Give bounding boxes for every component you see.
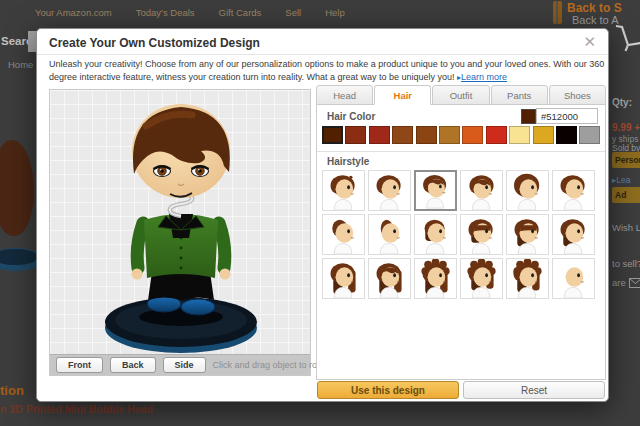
share-fragment: are — [612, 277, 640, 288]
learn-link-fragment: ▸Lea — [612, 175, 640, 185]
price-fragment: 9.99 + F — [612, 122, 640, 133]
hair-color-label: Hair Color — [327, 111, 375, 122]
back-view-button[interactable]: Back — [110, 357, 156, 373]
hex-color-display: #512000 — [521, 108, 598, 124]
title-divider — [37, 54, 608, 55]
hairstyle-style-10[interactable] — [460, 214, 503, 255]
hairstyle-style-13[interactable] — [322, 258, 365, 299]
screen: Your Amazon.comToday's DealsGift CardsSe… — [0, 0, 640, 426]
modal-description: Unleash your creativity! Choose from any… — [49, 58, 605, 84]
hair-options-panel: Hair Color #512000 Hairstyle — [316, 104, 606, 380]
hair-color-swatches — [322, 126, 600, 144]
envelope-icon — [629, 278, 640, 288]
hairstyle-style-14[interactable] — [368, 258, 411, 299]
description-text: Unleash your creativity! Choose from any… — [49, 59, 604, 82]
color-swatch-0[interactable] — [322, 126, 343, 144]
modal-footer: Use this design Reset — [317, 381, 605, 399]
selected-color-chip — [521, 109, 536, 124]
hairstyle-style-06[interactable] — [552, 170, 595, 211]
hairstyle-style-15[interactable] — [414, 258, 457, 299]
color-swatch-10[interactable] — [556, 126, 577, 144]
color-swatch-9[interactable] — [533, 126, 554, 144]
color-swatch-8[interactable] — [509, 126, 530, 144]
color-swatch-5[interactable] — [439, 126, 460, 144]
hairstyle-style-03[interactable] — [414, 170, 457, 211]
customize-design-modal: Create Your Own Customized Design ✕ Unle… — [36, 28, 609, 402]
tab-shoes[interactable]: Shoes — [549, 85, 606, 105]
hex-color-input[interactable]: #512000 — [536, 108, 598, 124]
reset-button[interactable]: Reset — [463, 381, 605, 399]
hairstyle-style-01[interactable] — [322, 170, 365, 211]
use-design-button[interactable]: Use this design — [317, 381, 459, 399]
category-tabs: Head Hair Outfit Pants Shoes — [316, 85, 606, 105]
color-swatch-4[interactable] — [416, 126, 437, 144]
hairstyle-style-16[interactable] — [460, 258, 503, 299]
nav-item-4: Help — [325, 7, 345, 18]
color-swatch-1[interactable] — [345, 126, 366, 144]
product-heading-fragment: tion — [0, 383, 24, 398]
side-view-button[interactable]: Side — [163, 357, 206, 373]
hairstyle-style-04[interactable] — [460, 170, 503, 211]
modal-title: Create Your Own Customized Design — [49, 36, 260, 50]
section-divider — [317, 151, 605, 152]
learn-more-link[interactable]: Learn more — [461, 72, 507, 82]
tab-head[interactable]: Head — [316, 85, 373, 105]
cart-icon — [615, 23, 640, 53]
color-swatch-3[interactable] — [392, 126, 413, 144]
front-view-button[interactable]: Front — [56, 357, 103, 373]
pencil-icon — [553, 1, 562, 24]
preview-controls: Front Back Side Click and drag object to… — [50, 354, 310, 375]
hairstyle-bald[interactable] — [552, 258, 595, 299]
hairstyle-style-02[interactable] — [368, 170, 411, 211]
product-image-hair — [0, 140, 34, 236]
bobblehead-avatar — [86, 95, 276, 357]
qty-label: Qty: — [612, 97, 640, 108]
hairstyle-style-07[interactable] — [322, 214, 365, 255]
share-label: are — [612, 277, 626, 288]
color-swatch-11[interactable] — [579, 126, 600, 144]
back-to-amazon-link: Back to A — [572, 14, 618, 26]
color-swatch-7[interactable] — [486, 126, 507, 144]
hairstyle-style-08[interactable] — [368, 214, 411, 255]
hairstyle-label: Hairstyle — [327, 156, 369, 167]
hairstyle-style-17[interactable] — [506, 258, 549, 299]
color-swatch-6[interactable] — [462, 126, 483, 144]
color-swatch-2[interactable] — [369, 126, 390, 144]
nav-item-1: Today's Deals — [136, 7, 195, 18]
nav-item-2: Gift Cards — [219, 7, 262, 18]
back-to-school-link: Back to S — [567, 1, 622, 15]
tab-pants[interactable]: Pants — [491, 85, 548, 105]
personalize-button-fragment: Person — [612, 152, 640, 168]
hairstyle-style-09[interactable] — [414, 214, 457, 255]
sell-fragment: to sell? — [612, 258, 640, 269]
tab-hair[interactable]: Hair — [374, 85, 431, 105]
top-nav: Your Amazon.comToday's DealsGift CardsSe… — [35, 7, 345, 18]
nav-item-3: Sell — [285, 7, 301, 18]
avatar-preview-canvas[interactable]: Front Back Side Click and drag object to… — [49, 89, 311, 376]
hairstyle-style-12[interactable] — [552, 214, 595, 255]
wishlist-fragment: Wish Li — [612, 222, 640, 233]
tab-outfit[interactable]: Outfit — [432, 85, 489, 105]
hairstyle-grid — [322, 170, 602, 299]
hairstyle-style-05[interactable] — [506, 170, 549, 211]
close-icon[interactable]: ✕ — [583, 33, 596, 51]
nav-item-0: Your Amazon.com — [35, 7, 112, 18]
hairstyle-style-11[interactable] — [506, 214, 549, 255]
product-title-fragment: n 3D Printed Mini Bobble Head — [0, 403, 153, 415]
add-to-cart-button-fragment: Ad — [612, 187, 640, 203]
